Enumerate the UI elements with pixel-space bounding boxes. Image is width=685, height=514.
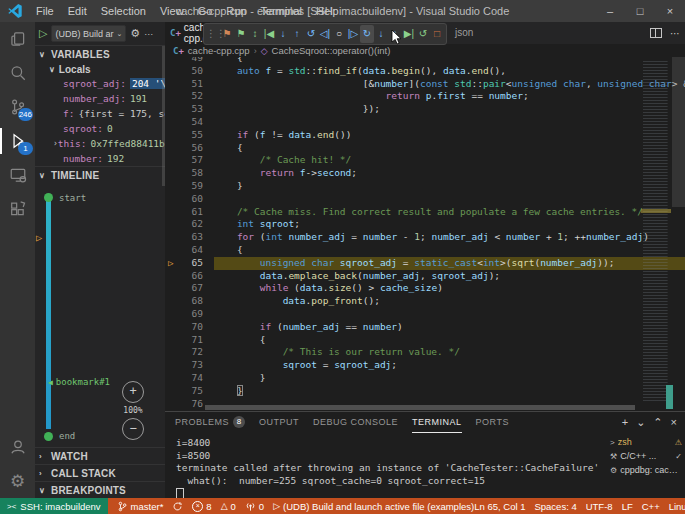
code-line-70[interactable]: 70 if (number_adj == number): [165, 321, 685, 334]
code-line-63[interactable]: 63 for (int number_adj = number - 1; num…: [165, 231, 685, 244]
run-to-end-icon[interactable]: ▶|: [402, 25, 416, 43]
remote-indicator[interactable]: >< SSH: imacbuildenv: [0, 498, 108, 514]
line-number[interactable]: 72: [165, 346, 214, 359]
line-number[interactable]: 57: [165, 154, 214, 167]
code-line-53[interactable]: 53 });: [165, 103, 685, 116]
panel-tab-debug-console[interactable]: DEBUG CONSOLE: [313, 412, 398, 432]
variable-row[interactable]: sqroot_adj:204 '\314': [35, 76, 165, 91]
terminal-instance[interactable]: >zsh⚠: [607, 435, 685, 449]
code-line-72[interactable]: 72 /* This is our return value. */: [165, 346, 685, 359]
line-number[interactable]: 61: [165, 206, 214, 219]
panel-tab-terminal[interactable]: TERMINAL: [412, 412, 462, 433]
launch-config-select[interactable]: (UDB) Build ar ⌄: [51, 25, 126, 42]
continue-icon[interactable]: |▷: [346, 25, 360, 43]
code-line-73[interactable]: 73 sqroot = sqroot_adj;: [165, 359, 685, 372]
reverse-step-icon[interactable]: ◁|: [318, 25, 332, 43]
code-line-56[interactable]: 56 {: [165, 142, 685, 155]
status-lf[interactable]: LF: [622, 501, 633, 512]
activity-accounts[interactable]: [0, 430, 35, 464]
line-number[interactable]: 68: [165, 295, 214, 308]
horizontal-scrollbar[interactable]: [205, 405, 635, 410]
menu-file[interactable]: File: [29, 0, 61, 22]
more-actions-icon[interactable]: ···: [144, 29, 153, 39]
line-number[interactable]: 59: [165, 180, 214, 193]
drag-handle-icon[interactable]: ⋮⋮: [206, 25, 220, 43]
line-number[interactable]: 71: [165, 334, 214, 347]
code-line-60[interactable]: 60: [165, 193, 685, 206]
reverse-continue-icon[interactable]: ↺: [304, 25, 318, 43]
code-line-67[interactable]: 67 while (data.size() > cache_size): [165, 282, 685, 295]
locals-scope[interactable]: ∨ Locals: [35, 62, 165, 76]
code-line-64[interactable]: 64 {: [165, 244, 685, 257]
terminal-instance[interactable]: ⚒C/C++ ...✓: [607, 449, 685, 463]
line-number[interactable]: 54: [165, 116, 214, 129]
line-number[interactable]: 73: [165, 359, 214, 372]
status-debug-play[interactable]: ▷(UDB) Build and launch active file (exa…: [273, 501, 474, 512]
line-number[interactable]: 49: [165, 57, 214, 65]
breadcrumb-symbol[interactable]: CacheSqroot::operator()(int): [272, 45, 391, 56]
variables-section-header[interactable]: ∨ VARIABLES: [35, 45, 165, 62]
start-debugging-icon[interactable]: ▷: [39, 27, 47, 40]
code-line-75[interactable]: 75 }: [165, 385, 685, 398]
activity-source-control[interactable]: 246: [0, 90, 35, 124]
line-number[interactable]: 66: [165, 270, 214, 283]
code-line-52[interactable]: 52 return p.first == number;: [165, 90, 685, 103]
code-line-51[interactable]: 51 [&number](const std::pair<unsigned ch…: [165, 78, 685, 91]
code-editor[interactable]: 49 {50 auto f = std::find_if(data.begin(…: [165, 57, 685, 411]
activity-explorer[interactable]: [0, 22, 35, 56]
minimize-button[interactable]: –: [595, 0, 625, 22]
status-utf-8[interactable]: UTF-8: [586, 501, 613, 512]
line-number[interactable]: ▷65: [165, 257, 214, 270]
code-line-65[interactable]: ▷65 unsigned char sqroot_adj = static_ca…: [165, 257, 685, 270]
timeline-bookmark[interactable]: ◀ bookmark#1: [48, 377, 110, 387]
timeline-zoom-in-button[interactable]: +: [122, 381, 144, 403]
goto-time-icon[interactable]: ↕: [248, 25, 262, 43]
step-over-icon[interactable]: ↻: [360, 25, 374, 43]
line-number[interactable]: 69: [165, 308, 214, 321]
tab-launch-json-partial[interactable]: json: [455, 22, 473, 44]
section-breakpoints[interactable]: ∨BREAKPOINTS: [35, 481, 165, 498]
status-sync[interactable]: [172, 501, 183, 512]
breadcrumb-file[interactable]: cache-cpp.cpp: [188, 45, 250, 56]
line-number[interactable]: 58: [165, 167, 214, 180]
panel-tab-ports[interactable]: PORTS: [476, 412, 509, 432]
timeline-track[interactable]: [46, 201, 51, 429]
new-terminal-icon[interactable]: +: [622, 416, 628, 428]
status-linux[interactable]: Linux: [669, 501, 685, 512]
vertical-scrollbar[interactable]: [672, 57, 685, 207]
menu-selection[interactable]: Selection: [94, 0, 153, 22]
breadcrumb[interactable]: C+ cache-cpp.cpp › ◇ CacheSqroot::operat…: [165, 44, 685, 57]
timeline-zoom-out-button[interactable]: −: [122, 418, 144, 440]
terminal-instance[interactable]: ⚙cppdbg: cac…: [607, 463, 685, 477]
sidebar-scrollbar[interactable]: [162, 46, 165, 186]
interrupt-icon[interactable]: ○: [332, 25, 346, 43]
activity-run-and-debug[interactable]: 1: [0, 124, 35, 158]
line-number[interactable]: 53: [165, 103, 214, 116]
timeline-section-header[interactable]: ∨ TIMELINE: [35, 166, 165, 183]
code-line-71[interactable]: 71 {: [165, 334, 685, 347]
status-ln-65-col-1[interactable]: Ln 65, Col 1: [474, 501, 525, 512]
section-call-stack[interactable]: ›CALL STACK: [35, 464, 165, 481]
terminal-dropdown-icon[interactable]: ⌄: [636, 416, 645, 429]
line-number[interactable]: 56: [165, 142, 214, 155]
line-number[interactable]: 52: [165, 90, 214, 103]
code-line-69[interactable]: 69: [165, 308, 685, 321]
status-error[interactable]: ×8: [192, 501, 211, 512]
activity-extensions[interactable]: [0, 192, 35, 226]
panel-tab-output[interactable]: OUTPUT: [259, 412, 299, 432]
activity-search[interactable]: [0, 56, 35, 90]
more-actions-icon[interactable]: ⋯: [670, 28, 680, 39]
line-number[interactable]: 62: [165, 218, 214, 231]
code-line-50[interactable]: 50 auto f = std::find_if(data.begin(), d…: [165, 65, 685, 78]
reverse-to-start-icon[interactable]: |◀: [262, 25, 276, 43]
activity-settings[interactable]: ⚙: [0, 464, 35, 498]
timeline-current-position-marker[interactable]: ▷: [36, 232, 42, 243]
line-number[interactable]: 70: [165, 321, 214, 334]
line-number[interactable]: 60: [165, 193, 214, 206]
code-line-66[interactable]: 66 data.emplace_back(number_adj, sqroot_…: [165, 270, 685, 283]
code-line-59[interactable]: 59 }: [165, 180, 685, 193]
split-editor-icon[interactable]: [650, 28, 662, 38]
code-line-55[interactable]: 55 if (f != data.end()): [165, 129, 685, 142]
jump-up-icon[interactable]: ↑: [290, 25, 304, 43]
bookmark-icon[interactable]: ⚑: [234, 25, 248, 43]
